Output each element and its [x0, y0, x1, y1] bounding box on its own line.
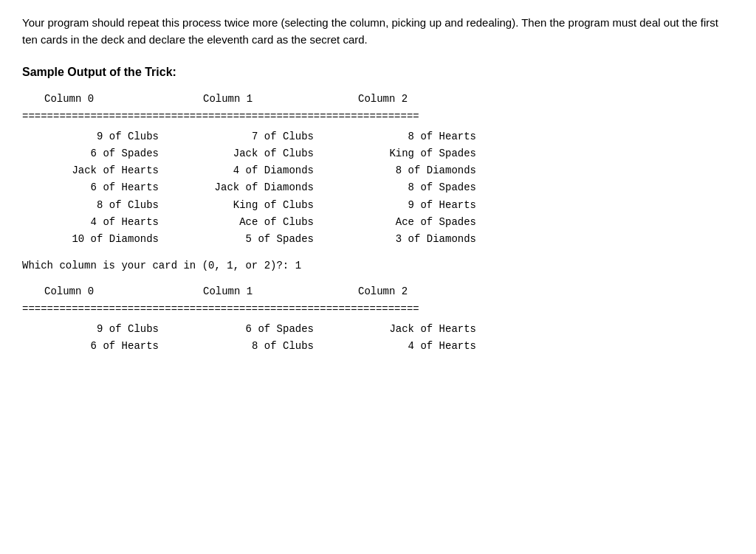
col0-header-1: Column 0 — [22, 91, 166, 108]
table-row: Jack of Hearts4 of Diamonds8 of Diamonds — [22, 162, 734, 179]
cell-col1: Jack of Clubs — [166, 145, 321, 162]
table-row: 9 of Clubs7 of Clubs8 of Hearts — [22, 128, 734, 145]
cell-col1: 7 of Clubs — [166, 128, 321, 145]
cell-col1: Jack of Diamonds — [166, 179, 321, 196]
cell-col0: 6 of Hearts — [22, 338, 166, 355]
col1-header-1: Column 1 — [166, 91, 321, 108]
cell-col0: 9 of Clubs — [22, 128, 166, 145]
cell-col2: King of Spades — [321, 145, 476, 162]
second-card-table: 9 of Clubs6 of SpadesJack of Hearts6 of … — [22, 321, 734, 355]
cell-col2: Ace of Spades — [321, 214, 476, 231]
cell-col0: 6 of Hearts — [22, 179, 166, 196]
cell-col0: Jack of Hearts — [22, 162, 166, 179]
table-row: 8 of ClubsKing of Clubs9 of Hearts — [22, 197, 734, 214]
cell-col1: 8 of Clubs — [166, 338, 321, 355]
first-output-block: Column 0 Column 1 Column 2 =============… — [22, 91, 734, 248]
separator-1: ========================================… — [22, 108, 734, 125]
cell-col2: 8 of Hearts — [321, 128, 476, 145]
cell-col0: 10 of Diamonds — [22, 231, 166, 248]
cell-col1: 6 of Spades — [166, 321, 321, 338]
col2-header-1: Column 2 — [321, 91, 476, 108]
table-row: 4 of HeartsAce of ClubsAce of Spades — [22, 214, 734, 231]
cell-col2: 9 of Hearts — [321, 197, 476, 214]
cell-col2: 8 of Diamonds — [321, 162, 476, 179]
cell-col2: 4 of Hearts — [321, 338, 476, 355]
cell-col1: King of Clubs — [166, 197, 321, 214]
cell-col0: 9 of Clubs — [22, 321, 166, 338]
col1-header-2: Column 1 — [166, 283, 321, 300]
first-card-table: 9 of Clubs7 of Clubs8 of Hearts6 of Spad… — [22, 128, 734, 248]
table-row: 9 of Clubs6 of SpadesJack of Hearts — [22, 321, 734, 338]
table-row: 6 of SpadesJack of ClubsKing of Spades — [22, 145, 734, 162]
cell-col1: 4 of Diamonds — [166, 162, 321, 179]
cell-col2: 3 of Diamonds — [321, 231, 476, 248]
section-title: Sample Output of the Trick: — [22, 66, 734, 79]
cell-col2: 8 of Spades — [321, 179, 476, 196]
intro-text: Your program should repeat this process … — [22, 15, 731, 48]
table-row: 10 of Diamonds5 of Spades3 of Diamonds — [22, 231, 734, 248]
separator-2: ========================================… — [22, 301, 734, 318]
second-output-block: Column 0 Column 1 Column 2 =============… — [22, 283, 734, 355]
cell-col1: Ace of Clubs — [166, 214, 321, 231]
cell-col0: 6 of Spades — [22, 145, 166, 162]
cell-col2: Jack of Hearts — [321, 321, 476, 338]
col0-header-2: Column 0 — [22, 283, 166, 300]
prompt-line: Which column is your card in (0, 1, or 2… — [22, 260, 734, 271]
table-row: 6 of HeartsJack of Diamonds8 of Spades — [22, 179, 734, 196]
cell-col0: 4 of Hearts — [22, 214, 166, 231]
col2-header-2: Column 2 — [321, 283, 476, 300]
cell-col0: 8 of Clubs — [22, 197, 166, 214]
table-row: 6 of Hearts8 of Clubs4 of Hearts — [22, 338, 734, 355]
cell-col1: 5 of Spades — [166, 231, 321, 248]
